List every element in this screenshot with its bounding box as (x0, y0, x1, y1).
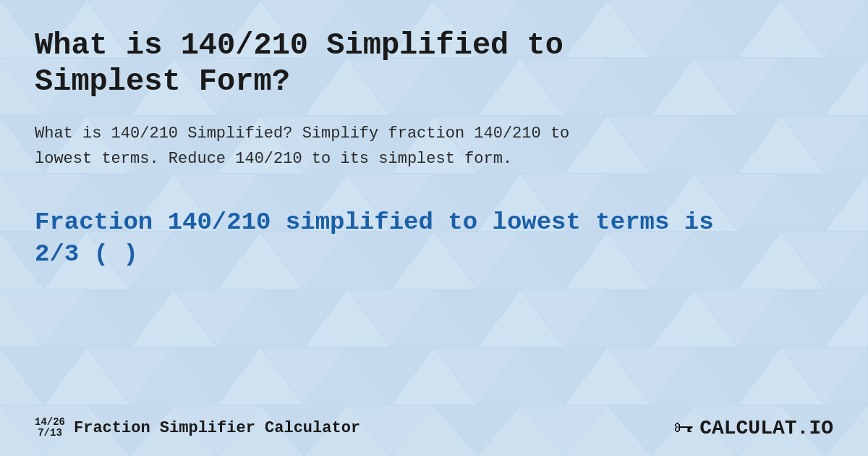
footer-label: Fraction Simplifier Calculator (74, 419, 360, 437)
main-content: What is 140/210 Simplified to Simplest F… (0, 0, 868, 292)
logo-text: CALCULAT.IO (699, 417, 833, 439)
result-line1: Fraction 140/210 simplified to lowest te… (35, 208, 714, 236)
footer-fraction-bottom: 7/13 (38, 428, 62, 439)
result-section: Fraction 140/210 simplified to lowest te… (35, 206, 729, 270)
result-text: Fraction 140/210 simplified to lowest te… (35, 206, 729, 270)
footer-left: 14/26 7/13 Fraction Simplifier Calculato… (35, 417, 360, 439)
page-title: What is 140/210 Simplified to Simplest F… (35, 28, 686, 101)
logo-icon: 🗝 (673, 415, 694, 440)
footer: 14/26 7/13 Fraction Simplifier Calculato… (35, 415, 833, 440)
footer-fraction: 14/26 7/13 (35, 417, 65, 439)
logo-area: 🗝 CALCULAT.IO (673, 415, 833, 440)
result-line2: 2/3 ( ) (35, 240, 138, 268)
footer-fraction-top: 14/26 (35, 417, 65, 428)
page-description: What is 140/210 Simplified? Simplify fra… (35, 121, 628, 172)
